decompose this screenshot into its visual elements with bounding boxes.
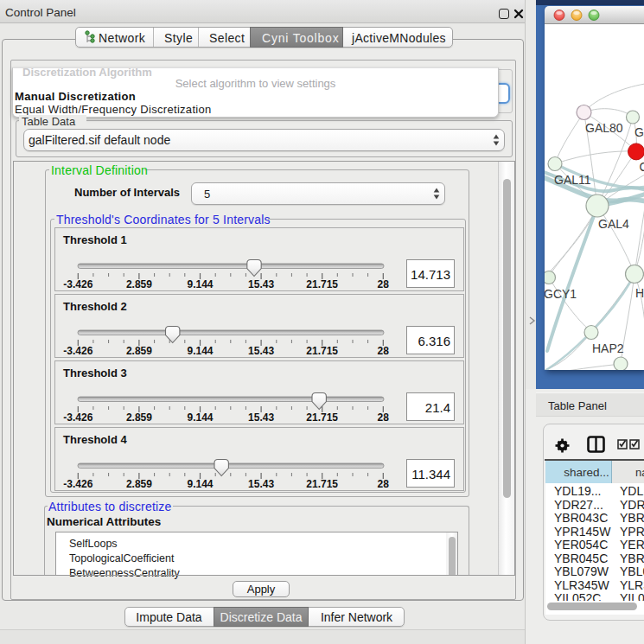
svg-text:-3.426: -3.426 [63, 278, 92, 290]
svg-text:GAL80: GAL80 [585, 121, 623, 135]
svg-text:HAP2: HAP2 [592, 341, 624, 355]
svg-text:GAL4: GAL4 [598, 217, 629, 231]
svg-text:28: 28 [378, 345, 390, 357]
svg-text:28: 28 [378, 278, 390, 290]
svg-text:21.715: 21.715 [306, 411, 338, 424]
svg-text:2.859: 2.859 [126, 478, 152, 490]
svg-text:-3.426: -3.426 [63, 478, 92, 490]
svg-text:GA: GA [634, 125, 644, 139]
svg-text:15.43: 15.43 [248, 411, 274, 424]
svg-text:15.43: 15.43 [248, 278, 274, 290]
svg-text:15.43: 15.43 [248, 345, 274, 357]
svg-text:21.715: 21.715 [306, 345, 338, 357]
svg-text:21.715: 21.715 [306, 278, 338, 290]
svg-text:2.859: 2.859 [126, 411, 152, 424]
svg-text:-3.426: -3.426 [63, 345, 92, 357]
svg-text:28: 28 [378, 411, 390, 424]
svg-text:9.144: 9.144 [187, 345, 213, 357]
svg-text:2.859: 2.859 [126, 345, 152, 357]
svg-text:9.144: 9.144 [187, 278, 213, 290]
svg-text:H: H [635, 286, 644, 300]
svg-text:C: C [640, 160, 644, 174]
svg-text:28: 28 [378, 478, 390, 490]
svg-text:-3.426: -3.426 [63, 411, 92, 424]
svg-text:15.43: 15.43 [248, 478, 274, 490]
svg-text:2.859: 2.859 [126, 278, 152, 290]
svg-text:GCY1: GCY1 [545, 287, 577, 301]
svg-text:9.144: 9.144 [187, 411, 213, 424]
svg-text:21.715: 21.715 [306, 478, 338, 490]
svg-text:GAL11: GAL11 [554, 173, 591, 187]
svg-text:9.144: 9.144 [187, 478, 213, 490]
